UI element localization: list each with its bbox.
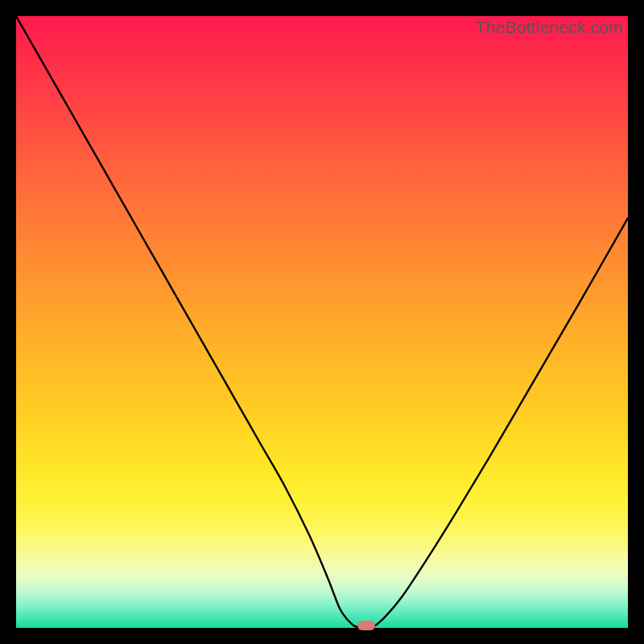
plot-area: TheBottleneck.com — [16, 16, 628, 628]
bottleneck-curve — [16, 16, 628, 628]
chart-frame: TheBottleneck.com — [0, 0, 644, 644]
optimal-point-marker — [357, 621, 375, 630]
